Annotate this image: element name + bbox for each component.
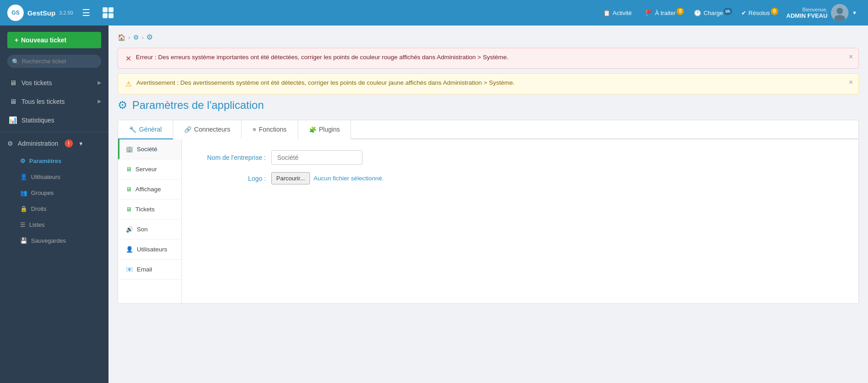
a-traiter-button[interactable]: 🚩 À traiter 0 <box>640 7 686 19</box>
sound-icon: 🔊 <box>126 226 133 233</box>
gear-icon: ⚙ <box>20 158 26 164</box>
listes-label: Listes <box>29 221 45 228</box>
sidebar-sub-parametres[interactable]: ⚙ Paramètres <box>0 153 108 169</box>
sidebar-sub-utilisateurs[interactable]: 👤 Utilisateurs <box>0 169 108 185</box>
avatar <box>831 4 848 21</box>
sidebar-item-administration[interactable]: ⚙ Administration ! ▾ <box>0 134 108 153</box>
error-close-button[interactable]: × <box>849 53 853 61</box>
tab-sidebar-tickets[interactable]: 🖥 Tickets <box>118 199 181 220</box>
breadcrumb: 🏠 › ⚙ › ⚙ <box>118 33 859 41</box>
activite-button[interactable]: 📋 Activité <box>598 7 637 19</box>
entreprise-input[interactable] <box>271 150 362 165</box>
resolus-button[interactable]: ✔ Résolus 0 <box>736 7 780 19</box>
page-title: Paramètres de l'application <box>132 99 264 112</box>
topnav-actions: 📋 Activité 🚩 À traiter 0 🕐 Charge 0h ✔ R… <box>598 2 861 23</box>
search-input[interactable] <box>7 55 101 68</box>
sidebar-item-statistiques[interactable]: 📊 Statistiques <box>0 111 108 130</box>
sidebar: + Nouveau ticket 🔍 🖥 Vos tickets ▶ 🖥 Tou… <box>0 26 108 383</box>
search-icon: 🔍 <box>12 58 19 65</box>
app-version: 3.2.50 <box>59 10 73 15</box>
tickets-sub-label: Tickets <box>135 206 155 213</box>
sidebar-item-tous-tickets[interactable]: 🖥 Tous les tickets ▶ <box>0 92 108 111</box>
sidebar-sub-groupes[interactable]: 👥 Groupes <box>0 185 108 201</box>
tab-sidebar: 🏢 Société 🖥 Serveur 🖥 Affichage 🖥 <box>118 139 182 303</box>
ticket-icon-2: 🖥 <box>9 97 17 105</box>
sidebar-item-vos-tickets[interactable]: 🖥 Vos tickets ▶ <box>0 73 108 92</box>
user-name: ADMIN FVEAU <box>786 12 827 19</box>
sidebar-divider <box>0 132 108 132</box>
logo-row: Parcourir... Aucun fichier sélectionné. <box>271 172 384 184</box>
tab-sidebar-email[interactable]: 📧 Email <box>118 260 181 280</box>
user-sub-icon: 👤 <box>126 246 133 253</box>
breadcrumb-home[interactable]: 🏠 <box>118 34 125 41</box>
tab-fonctions-label: Fonctions <box>259 126 287 133</box>
svg-rect-0 <box>103 7 108 12</box>
clock-icon: 🕐 <box>694 10 701 16</box>
svg-rect-3 <box>108 13 114 18</box>
breadcrumb-current: ⚙ <box>146 33 153 41</box>
tabs-header: 🔧 Général 🔗 Connecteurs ≡ Fonctions 🧩 Pl… <box>118 120 858 139</box>
tab-sidebar-serveur[interactable]: 🖥 Serveur <box>118 159 181 179</box>
a-traiter-label: À traiter <box>655 10 676 16</box>
tab-sidebar-utilisateurs[interactable]: 👤 Utilisateurs <box>118 240 181 260</box>
server-icon: 🖥 <box>126 166 132 173</box>
warning-close-button[interactable]: × <box>849 78 853 87</box>
warning-icon: ⚠ <box>125 80 132 88</box>
email-label: Email <box>137 266 152 273</box>
admin-label: Administration <box>18 140 58 147</box>
tabs-container: 🔧 Général 🔗 Connecteurs ≡ Fonctions 🧩 Pl… <box>118 120 859 304</box>
charge-button[interactable]: 🕐 Charge 0h <box>688 7 733 19</box>
new-ticket-button[interactable]: + Nouveau ticket <box>7 32 101 48</box>
groupes-label: Groupes <box>31 189 54 196</box>
logo-label: Logo : <box>193 175 266 182</box>
tab-connecteurs-label: Connecteurs <box>194 126 230 133</box>
sidebar-sub-sauvegardes[interactable]: 💾 Sauvegardes <box>0 233 108 249</box>
tab-sidebar-societe[interactable]: 🏢 Société <box>118 139 181 159</box>
ticket-icon: 🖥 <box>9 79 17 87</box>
a-traiter-badge: 0 <box>677 8 684 15</box>
cube-icon[interactable] <box>99 4 117 21</box>
check-icon: ✔ <box>741 10 746 16</box>
lock-icon: 🔒 <box>20 205 27 212</box>
tab-sidebar-affichage[interactable]: 🖥 Affichage <box>118 179 181 199</box>
arrow-icon: ▶ <box>98 80 101 86</box>
flag-icon: 🚩 <box>646 10 653 16</box>
list-icon-tab: ≡ <box>253 126 256 133</box>
breadcrumb-settings[interactable]: ⚙ <box>133 34 139 41</box>
error-text: Erreur : Des erreurs système importantes… <box>136 54 508 61</box>
error-icon: ✕ <box>125 54 131 63</box>
tab-connecteurs[interactable]: 🔗 Connecteurs <box>173 120 242 139</box>
svg-rect-1 <box>108 7 114 12</box>
stats-icon: 📊 <box>9 116 17 124</box>
affichage-label: Affichage <box>135 186 161 193</box>
admin-warning-badge: ! <box>65 139 73 148</box>
hamburger-icon[interactable]: ☰ <box>82 7 90 18</box>
sidebar-sub-listes[interactable]: ☰ Listes <box>0 217 108 233</box>
sidebar-label-vos-tickets: Vos tickets <box>21 79 93 87</box>
new-ticket-label: Nouveau ticket <box>21 36 67 44</box>
arrow-icon-2: ▶ <box>98 98 101 104</box>
page-title-icon: ⚙ <box>118 99 128 112</box>
link-icon: 🔗 <box>184 126 191 133</box>
wrench-icon: 🔧 <box>129 126 136 133</box>
charge-label: Charge <box>703 10 723 16</box>
entreprise-label: Nom de l'entreprise : <box>193 154 266 161</box>
warning-text: ! <box>68 141 70 146</box>
sidebar-label-tous-tickets: Tous les tickets <box>21 98 93 105</box>
sidebar-sub-droits[interactable]: 🔒 Droits <box>0 201 108 217</box>
tab-fonctions[interactable]: ≡ Fonctions <box>242 120 298 139</box>
tab-plugins[interactable]: 🧩 Plugins <box>298 120 351 139</box>
tab-sidebar-son[interactable]: 🔊 Son <box>118 220 181 240</box>
page-title-container: ⚙ Paramètres de l'application <box>118 99 859 112</box>
user-menu[interactable]: Bienvenue, ADMIN FVEAU ▼ <box>783 2 861 23</box>
user-chevron-icon: ▼ <box>852 10 857 15</box>
display-icon: 🖥 <box>126 186 132 193</box>
svg-rect-2 <box>103 13 108 18</box>
serveur-label: Serveur <box>135 166 157 173</box>
tab-general[interactable]: 🔧 Général <box>118 120 173 139</box>
building-icon: 🏢 <box>126 146 133 153</box>
file-browse-button[interactable]: Parcourir... <box>271 172 310 184</box>
parametres-label: Paramètres <box>29 158 62 164</box>
brand: GS GestSup 3.2.50 <box>7 5 73 21</box>
sidebar-label-stats: Statistiques <box>21 117 101 124</box>
